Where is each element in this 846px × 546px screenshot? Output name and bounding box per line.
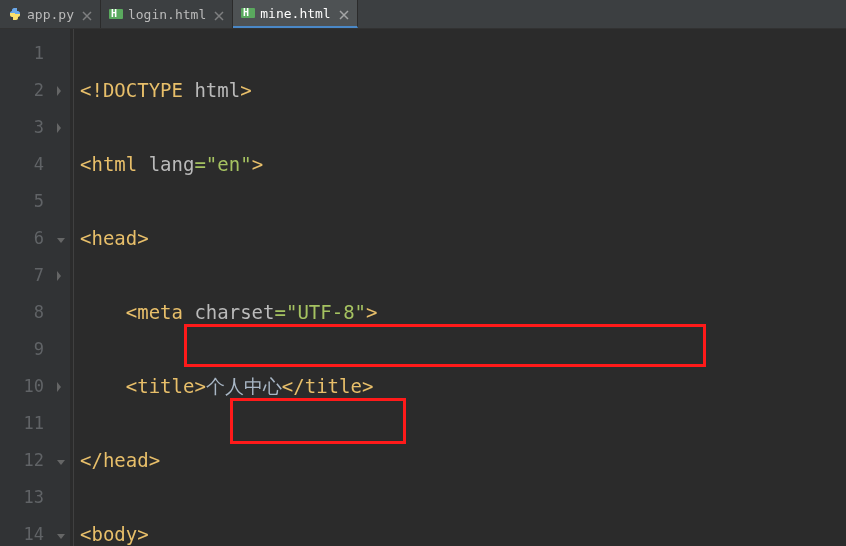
line-number: 5 xyxy=(0,183,44,220)
line-number: 8 xyxy=(0,294,44,331)
tab-login-html[interactable]: H login.html xyxy=(101,0,233,28)
line-number: 14 xyxy=(0,516,44,546)
code-area[interactable]: <!DOCTYPE html> <html lang="en"> <head> … xyxy=(70,29,846,546)
html-icon: H xyxy=(109,7,123,21)
line-number: 7 xyxy=(0,257,44,294)
tab-label: login.html xyxy=(128,7,206,22)
line-number: 6 xyxy=(0,220,44,257)
code-line: <title>个人中心</title> xyxy=(80,368,846,405)
tab-label: app.py xyxy=(27,7,74,22)
line-number: 13 xyxy=(0,479,44,516)
fold-toggle[interactable] xyxy=(52,368,70,405)
editor[interactable]: 1 2 3 4 5 6 7 8 9 10 11 12 13 14 xyxy=(0,29,846,546)
tab-bar: app.py H login.html H mine.html xyxy=(0,0,846,29)
svg-text:H: H xyxy=(243,7,249,18)
fold-toggle[interactable] xyxy=(52,257,70,294)
python-icon xyxy=(8,7,22,21)
ide-window: app.py H login.html H mine.html 1 2 3 4 … xyxy=(0,0,846,546)
line-number: 11 xyxy=(0,405,44,442)
fold-end[interactable] xyxy=(52,442,70,479)
line-number: 1 xyxy=(0,35,44,72)
fold-end[interactable] xyxy=(52,516,70,546)
close-icon[interactable] xyxy=(339,8,349,18)
line-number: 4 xyxy=(0,146,44,183)
line-number: 2 xyxy=(0,72,44,109)
code-line: <head> xyxy=(80,220,846,257)
fold-column xyxy=(52,29,70,546)
code-line: <meta charset="UTF-8"> xyxy=(80,294,846,331)
svg-text:H: H xyxy=(111,8,117,19)
code-line: <html lang="en"> xyxy=(80,146,846,183)
fold-end[interactable] xyxy=(52,220,70,257)
line-number: 10 xyxy=(0,368,44,405)
close-icon[interactable] xyxy=(82,9,92,19)
code-line: <body> xyxy=(80,516,846,546)
line-number: 3 xyxy=(0,109,44,146)
line-number: 12 xyxy=(0,442,44,479)
fold-toggle[interactable] xyxy=(52,109,70,146)
code-line: <!DOCTYPE html> xyxy=(80,72,846,109)
html-icon: H xyxy=(241,6,255,20)
tab-mine-html[interactable]: H mine.html xyxy=(233,0,357,28)
code-line: </head> xyxy=(80,442,846,479)
close-icon[interactable] xyxy=(214,9,224,19)
tab-label: mine.html xyxy=(260,6,330,21)
fold-toggle[interactable] xyxy=(52,72,70,109)
tab-app-py[interactable]: app.py xyxy=(0,0,101,28)
line-number: 9 xyxy=(0,331,44,368)
line-number-gutter: 1 2 3 4 5 6 7 8 9 10 11 12 13 14 xyxy=(0,29,52,546)
